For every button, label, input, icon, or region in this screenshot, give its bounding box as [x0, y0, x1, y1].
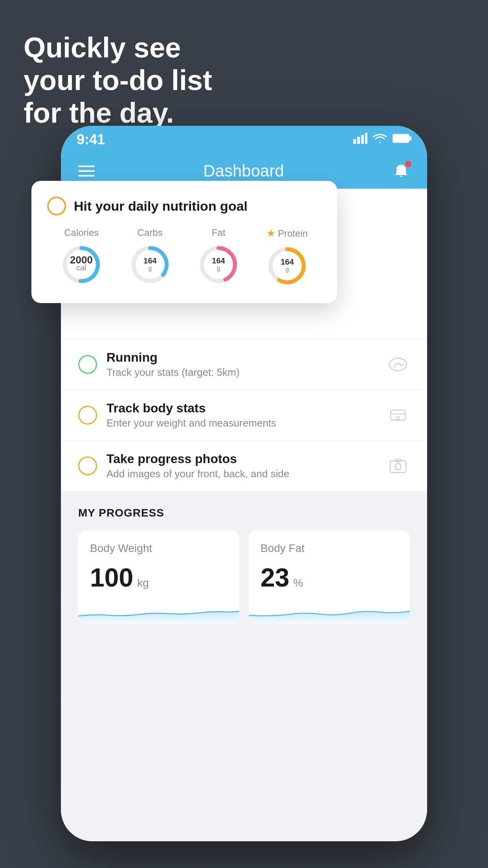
svg-rect-2 — [361, 135, 364, 144]
headline-line3: for the day. — [24, 97, 212, 129]
status-time: 9:41 — [77, 131, 105, 148]
todo-checkbox-body-stats[interactable] — [78, 406, 97, 425]
todo-checkbox-progress-photos[interactable] — [78, 456, 97, 475]
body-weight-chart — [78, 600, 239, 624]
todo-item-body-stats[interactable]: Track body stats Enter your weight and m… — [61, 390, 427, 440]
body-fat-unit: % — [293, 577, 303, 589]
signal-icon — [353, 133, 367, 147]
todo-item-running[interactable]: Running Track your stats (target: 5km) — [61, 339, 427, 390]
calories-donut: 2000 cal — [60, 243, 103, 286]
headline-line2: your to-do list — [24, 64, 212, 97]
body-fat-label: Body Fat — [261, 542, 398, 555]
carbs-label: Carbs — [138, 227, 163, 238]
headline-line1: Quickly see — [24, 31, 212, 64]
carbs-donut: 164 g — [128, 243, 172, 286]
todo-body-stats-subtitle: Enter your weight and measurements — [106, 417, 377, 429]
svg-text:cal: cal — [76, 263, 86, 272]
todo-body-stats-title: Track body stats — [106, 401, 377, 416]
protein-donut: 164 g — [266, 244, 309, 287]
running-icon — [386, 353, 410, 376]
carbs-item: Carbs 164 g — [128, 227, 172, 286]
todo-list: Running Track your stats (target: 5km) T… — [61, 339, 427, 491]
todo-item-progress-photos-text: Take progress photos Add images of your … — [106, 452, 377, 480]
svg-rect-5 — [409, 136, 411, 140]
hamburger-menu[interactable] — [78, 166, 95, 177]
todo-item-running-text: Running Track your stats (target: 5km) — [106, 350, 377, 379]
svg-text:g: g — [148, 265, 152, 272]
wifi-icon — [373, 133, 387, 147]
body-weight-label: Body Weight — [90, 542, 227, 555]
todo-progress-photos-subtitle: Add images of your front, back, and side — [106, 468, 377, 480]
svg-point-11 — [395, 463, 401, 470]
nutrition-card: Hit your daily nutrition goal Calories 2… — [31, 181, 337, 303]
svg-text:164: 164 — [212, 256, 226, 265]
todo-checkbox-running[interactable] — [78, 355, 97, 374]
svg-rect-7 — [391, 410, 405, 420]
svg-rect-1 — [357, 137, 360, 144]
svg-rect-3 — [365, 133, 367, 144]
battery-icon — [393, 133, 411, 147]
svg-point-9 — [396, 416, 400, 419]
svg-point-6 — [389, 358, 407, 371]
body-fat-card[interactable]: Body Fat 23 % — [249, 530, 410, 624]
progress-header: MY PROGRESS — [78, 507, 410, 519]
nav-title: Dashboard — [203, 162, 284, 180]
svg-text:g: g — [217, 265, 220, 272]
body-weight-number: 100 — [90, 563, 133, 592]
todo-running-title: Running — [106, 350, 377, 365]
protein-item: ★ Protein 164 g — [266, 227, 309, 287]
todo-item-progress-photos[interactable]: Take progress photos Add images of your … — [61, 440, 427, 491]
progress-section: MY PROGRESS Body Weight 100 kg — [61, 491, 427, 640]
svg-rect-0 — [353, 139, 356, 144]
svg-text:g: g — [285, 266, 289, 273]
body-weight-card[interactable]: Body Weight 100 kg — [78, 530, 239, 624]
body-fat-number: 23 — [261, 563, 289, 592]
body-weight-value-row: 100 kg — [90, 563, 227, 592]
protein-label: Protein — [278, 228, 308, 239]
fat-donut: 164 g — [197, 243, 240, 286]
nutrition-goal-checkbox[interactable] — [47, 197, 66, 215]
fat-label: Fat — [212, 227, 226, 238]
body-fat-chart — [249, 600, 410, 624]
body-weight-unit: kg — [137, 577, 149, 589]
protein-label-row: ★ Protein — [266, 227, 308, 239]
notification-dot — [405, 161, 411, 167]
body-fat-value-row: 23 % — [261, 563, 398, 592]
calories-label: Calories — [64, 227, 99, 238]
status-icons — [353, 133, 411, 147]
todo-item-body-stats-text: Track body stats Enter your weight and m… — [106, 401, 377, 429]
progress-cards: Body Weight 100 kg — [78, 530, 410, 624]
svg-text:164: 164 — [281, 257, 294, 266]
notification-bell-icon[interactable] — [393, 162, 410, 180]
svg-rect-4 — [393, 134, 409, 142]
svg-rect-10 — [390, 461, 406, 473]
photo-icon — [386, 454, 410, 478]
todo-progress-photos-title: Take progress photos — [106, 452, 377, 466]
svg-text:164: 164 — [143, 256, 157, 265]
fat-item: Fat 164 g — [197, 227, 240, 286]
card-title-row: Hit your daily nutrition goal — [47, 197, 321, 215]
star-icon: ★ — [266, 227, 275, 239]
calories-item: Calories 2000 cal — [60, 227, 103, 286]
todo-running-subtitle: Track your stats (target: 5km) — [106, 366, 377, 379]
nutrition-row: Calories 2000 cal Carbs 164 g Fat — [47, 227, 321, 287]
scale-icon — [386, 403, 410, 427]
headline: Quickly see your to-do list for the day. — [24, 31, 212, 129]
status-bar: 9:41 — [61, 126, 427, 153]
nutrition-goal-title: Hit your daily nutrition goal — [74, 199, 248, 214]
